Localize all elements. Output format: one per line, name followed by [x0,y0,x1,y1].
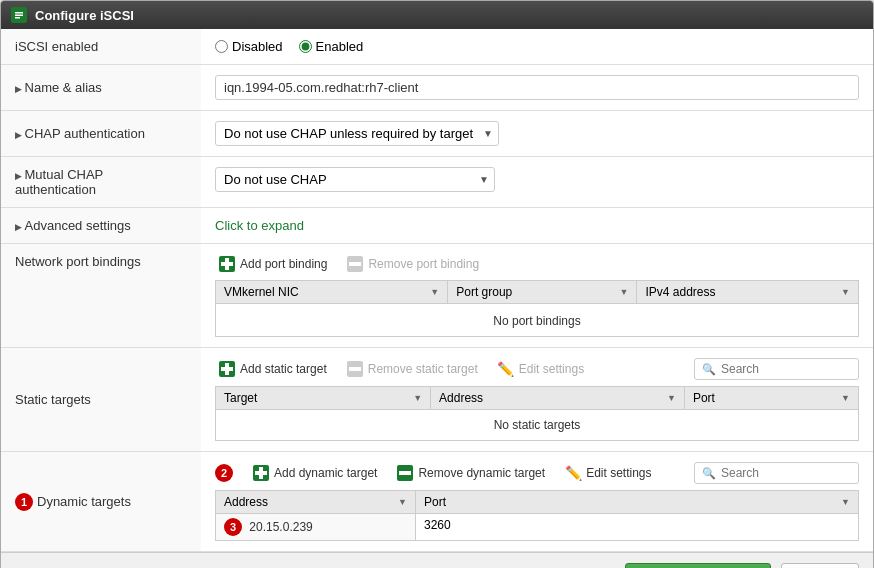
dyn-port-cell: 3260 [416,514,859,541]
mutual-chap-select[interactable]: Do not use CHAP Use CHAP [215,167,495,192]
dynamic-targets-row: 1 Dynamic targets 2 [1,452,873,552]
ipv4-address-header: IPv4 address ▼ [637,281,859,304]
dyn-port-sort-icon: ▼ [841,497,850,507]
target-header: Target ▼ [216,387,431,410]
add-port-binding-btn[interactable]: Add port binding [215,254,331,274]
remove-port-binding-label: Remove port binding [368,257,479,271]
no-port-bindings-text: No port bindings [216,304,859,337]
remove-static-target-btn[interactable]: Remove static target [343,359,482,379]
network-port-toolbar: Add port binding Remove port binding [215,254,859,274]
port-group-header: Port group ▼ [448,281,637,304]
target-sort-icon: ▼ [413,393,422,403]
vmkernel-nic-header: VMkernel NIC ▼ [216,281,448,304]
add-dynamic-target-label: Add dynamic target [274,466,377,480]
remove-static-target-label: Remove static target [368,362,478,376]
dynamic-targets-toolbar: 2 Add dynamic target [215,462,859,484]
no-port-bindings-row: No port bindings [216,304,859,337]
save-configuration-button[interactable]: Save configuration [625,563,771,568]
iscsi-enabled-value: Disabled Enabled [201,29,873,65]
chap-auth-label: CHAP authentication [1,111,201,157]
network-port-table: VMkernel NIC ▼ Port group ▼ [215,280,859,337]
badge-3: 3 [224,518,242,536]
network-port-header-row: VMkernel NIC ▼ Port group ▼ [216,281,859,304]
edit-static-label: Edit settings [519,362,584,376]
no-static-targets-row: No static targets [216,410,859,441]
network-port-value: Add port binding Remove port binding [201,244,873,348]
add-dynamic-target-btn[interactable]: Add dynamic target [249,463,381,483]
add-port-icon [219,256,235,272]
name-alias-row: Name & alias [1,65,873,111]
svg-rect-13 [349,367,361,371]
iscsi-enabled-label: iSCSI enabled [1,29,201,65]
dynamic-search-icon: 🔍 [702,467,716,480]
edit-dynamic-icon: ✏️ [565,465,581,481]
cancel-button[interactable]: Cancel [781,563,859,568]
add-dynamic-icon [253,465,269,481]
remove-dynamic-icon [397,465,413,481]
chap-auth-row: CHAP authentication Do not use CHAP unle… [1,111,873,157]
badge-2: 2 [215,464,233,482]
svg-rect-16 [255,471,267,475]
dynamic-search-input[interactable] [721,466,851,480]
static-targets-table: Target ▼ Address ▼ [215,386,859,441]
chap-auth-select-wrapper: Do not use CHAP unless required by targe… [215,121,499,146]
static-targets-row: Static targets Add static target [1,348,873,452]
name-alias-value [201,65,873,111]
chap-auth-value: Do not use CHAP unless required by targe… [201,111,873,157]
static-search-input[interactable] [721,362,851,376]
name-alias-input[interactable] [215,75,859,100]
dialog-titlebar: Configure iSCSI [1,1,873,29]
remove-port-icon [347,256,363,272]
chap-auth-select[interactable]: Do not use CHAP unless required by targe… [215,121,499,146]
dyn-address-header: Address ▼ [216,491,416,514]
enabled-radio-label[interactable]: Enabled [299,39,364,54]
configure-iscsi-dialog: Configure iSCSI iSCSI enabled Disabled E… [0,0,874,568]
table-row[interactable]: 3 20.15.0.239 3260 [216,514,859,541]
svg-rect-2 [15,15,23,17]
dyn-address-cell: 3 20.15.0.239 [216,514,416,541]
static-targets-header-row: Target ▼ Address ▼ [216,387,859,410]
dialog-title: Configure iSCSI [35,8,134,23]
svg-rect-11 [221,367,233,371]
advanced-settings-label: Advanced settings [1,208,201,244]
static-search-icon: 🔍 [702,363,716,376]
mutual-chap-select-wrapper: Do not use CHAP Use CHAP ▼ [215,167,495,192]
form-table: iSCSI enabled Disabled Enabled [1,29,873,552]
enabled-label: Enabled [316,39,364,54]
advanced-settings-value: Click to expand [201,208,873,244]
disabled-radio[interactable] [215,40,228,53]
iscsi-enabled-radio-group: Disabled Enabled [215,39,859,54]
no-static-targets-text: No static targets [216,410,859,441]
network-port-bindings-row: Network port bindings Add port b [1,244,873,348]
dynamic-targets-label: 1 Dynamic targets [1,452,201,552]
svg-rect-8 [349,262,361,266]
dyn-address-value: 20.15.0.239 [249,520,312,534]
address-sort-icon: ▼ [667,393,676,403]
remove-dynamic-target-btn[interactable]: Remove dynamic target [393,463,549,483]
svg-rect-1 [15,12,23,14]
add-static-target-btn[interactable]: Add static target [215,359,331,379]
enabled-radio[interactable] [299,40,312,53]
add-static-icon [219,361,235,377]
mutual-chap-value: Do not use CHAP Use CHAP ▼ [201,157,873,208]
address-header: Address ▼ [431,387,685,410]
disabled-label: Disabled [232,39,283,54]
svg-rect-18 [399,471,411,475]
edit-static-settings-btn[interactable]: ✏️ Edit settings [494,359,588,379]
add-static-target-label: Add static target [240,362,327,376]
disabled-radio-label[interactable]: Disabled [215,39,283,54]
network-port-label: Network port bindings [1,244,201,348]
vmkernel-sort-icon: ▼ [430,287,439,297]
iscsi-icon [11,7,27,23]
dynamic-targets-header-row: Address ▼ Port ▼ [216,491,859,514]
dyn-port-header: Port ▼ [416,491,859,514]
ipv4-sort-icon: ▼ [841,287,850,297]
dynamic-search-box: 🔍 [694,462,859,484]
expand-link[interactable]: Click to expand [215,218,304,233]
static-targets-toolbar: Add static target Remove static target [215,358,859,380]
dialog-body: iSCSI enabled Disabled Enabled [1,29,873,552]
edit-dynamic-settings-btn[interactable]: ✏️ Edit settings [561,463,655,483]
dynamic-targets-value: 2 Add dynamic target [201,452,873,552]
iscsi-enabled-row: iSCSI enabled Disabled Enabled [1,29,873,65]
remove-port-binding-btn[interactable]: Remove port binding [343,254,483,274]
